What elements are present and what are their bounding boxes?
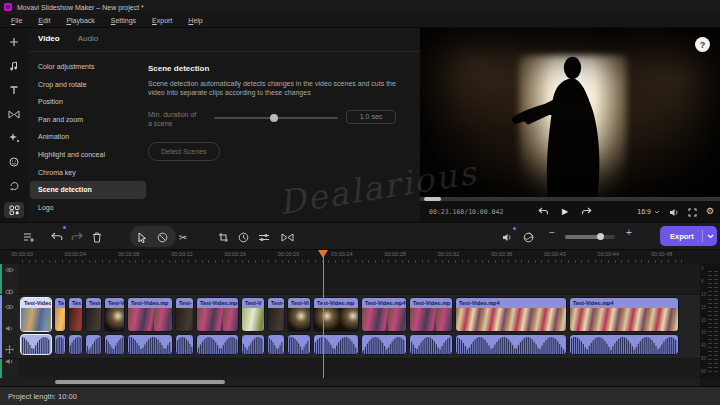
transport-bar: 00:23.160/10:00.042 ▶ 16:9	[420, 201, 720, 222]
mute-icon[interactable]	[5, 318, 14, 336]
clip-waveform	[127, 334, 173, 355]
pointer-tool-icon[interactable]	[135, 228, 149, 246]
add-media-icon[interactable]	[4, 34, 24, 50]
crop-tool-icon[interactable]	[216, 228, 230, 246]
add-files-icon[interactable]	[22, 228, 36, 246]
min-duration-value[interactable]: 1.0 sec	[346, 110, 396, 124]
aspect-ratio-select[interactable]: 16:9	[637, 208, 660, 215]
rotate-crop-icon[interactable]	[4, 178, 24, 194]
stickers-icon[interactable]	[4, 154, 24, 170]
timeline-clip[interactable]: Test-Video.mp	[409, 297, 453, 355]
clip-waveform	[313, 334, 359, 355]
no-select-tool-icon[interactable]	[155, 228, 169, 246]
time-ruler[interactable]: 00:00:0000:00:0400:00:0800:00:1200:00:16…	[0, 250, 700, 264]
video-preview[interactable]: ?	[420, 28, 720, 197]
transitions-tool-icon[interactable]	[279, 228, 295, 246]
timeline-clip[interactable]: Test-Vi	[287, 297, 311, 355]
play-button[interactable]: ▶	[562, 207, 568, 216]
menu-file[interactable]: File	[4, 15, 29, 26]
track-color-strip	[0, 295, 2, 358]
titles-icon[interactable]	[4, 82, 24, 98]
tool-item-pan-and-zoom[interactable]: Pan and zoom	[30, 111, 146, 129]
eye-icon[interactable]	[5, 296, 14, 314]
timeline-clip[interactable]: Test-	[267, 297, 285, 355]
music-icon[interactable]	[4, 58, 24, 74]
tools-panel: VideoAudio Color adjustmentsCrop and rot…	[28, 28, 420, 222]
notification-dot	[513, 227, 516, 230]
fullscreen-icon[interactable]	[688, 203, 697, 221]
zoom-out-button[interactable]: −	[549, 227, 555, 238]
cut-scissors-icon[interactable]: ✂	[176, 228, 190, 246]
redo-icon[interactable]	[70, 228, 84, 246]
menu-settings[interactable]: Settings	[104, 15, 143, 26]
timeline-clip[interactable]: Test-Video.mp4	[196, 297, 239, 355]
clip-duration-icon[interactable]	[236, 228, 250, 246]
timeline-clip[interactable]: Test-Video	[20, 297, 52, 355]
horizontal-scrollbar[interactable]	[0, 378, 700, 386]
color-tool-icon[interactable]	[521, 228, 535, 246]
settings-gear-icon[interactable]: ⚙	[706, 207, 714, 216]
delete-icon[interactable]	[90, 228, 104, 246]
tool-item-position[interactable]: Position	[30, 93, 146, 111]
audio-levels-icon[interactable]	[500, 228, 514, 246]
timeline-clip[interactable]: Tes	[68, 297, 83, 355]
status-bar: Project length: 10:00	[0, 386, 720, 405]
tab-video[interactable]: Video	[38, 34, 60, 47]
tool-item-crop-and-rotate[interactable]: Crop and rotate	[30, 76, 146, 94]
effects-icon[interactable]	[4, 130, 24, 146]
timeline-clip[interactable]: Test-Video.mp4	[455, 297, 567, 355]
meter-label: 15	[701, 305, 706, 310]
more-tools-icon[interactable]	[4, 202, 24, 218]
timeline-clip[interactable]: Test-V	[104, 297, 125, 355]
mute-icon[interactable]	[5, 351, 14, 369]
menu-playback[interactable]: Playback	[59, 15, 101, 26]
timeline-clip[interactable]: Test-V	[241, 297, 265, 355]
tool-item-logo[interactable]: Logo	[30, 199, 146, 217]
zoom-thumb[interactable]	[597, 233, 604, 240]
playhead-marker[interactable]	[318, 250, 328, 258]
notification-dot	[63, 226, 66, 229]
detect-scenes-button[interactable]: Detect Scenes	[148, 142, 220, 161]
playhead-line[interactable]	[323, 250, 324, 378]
clip-thumbnail	[362, 308, 406, 331]
transitions-icon[interactable]	[4, 106, 24, 122]
export-chevron-icon[interactable]	[707, 234, 714, 239]
timeline-zoom-slider[interactable]	[565, 235, 615, 239]
undo-icon[interactable]	[50, 228, 64, 246]
adjustments-icon[interactable]	[257, 228, 271, 246]
clip-thumbnail	[197, 308, 238, 331]
zoom-in-button[interactable]: +	[626, 227, 632, 238]
timeline-clip[interactable]: Test-Video.mp	[313, 297, 359, 355]
tool-item-highlight-and-conceal[interactable]: Highlight and conceal	[30, 146, 146, 164]
titles-track[interactable]	[0, 264, 700, 294]
tool-item-scene-detection[interactable]: Scene detection	[30, 181, 146, 199]
scrollbar-thumb[interactable]	[55, 380, 225, 384]
timeline-clip[interactable]: Test-	[85, 297, 102, 355]
slider-thumb[interactable]	[270, 114, 278, 122]
min-duration-slider[interactable]	[214, 117, 338, 119]
eye-icon[interactable]	[5, 259, 14, 277]
timeline-clip[interactable]: Te	[54, 297, 66, 355]
volume-icon[interactable]	[669, 203, 679, 221]
export-button[interactable]: Export	[660, 226, 717, 246]
aspect-value: 16:9	[637, 208, 651, 215]
menu-help[interactable]: Help	[181, 15, 209, 26]
clip-waveform	[68, 334, 83, 355]
timeline-clip[interactable]: Test-	[175, 297, 194, 355]
tool-item-color-adjustments[interactable]: Color adjustments	[30, 58, 146, 76]
ruler-label: 00:00:20	[269, 251, 309, 257]
timeline-clip[interactable]: Test-Video.mp4	[361, 297, 407, 355]
timeline-clip[interactable]: Test-Video.mp	[127, 297, 173, 355]
help-button[interactable]: ?	[695, 37, 710, 52]
video-track[interactable]: Test-VideoTeTesTest-Test-VTest-Video.mpT…	[0, 295, 700, 358]
previous-frame-icon[interactable]	[538, 203, 549, 221]
tool-item-chroma-key[interactable]: Chroma key	[30, 164, 146, 182]
timeline-clip[interactable]: Test-Video.mp4	[569, 297, 679, 355]
menu-edit[interactable]: Edit	[31, 15, 57, 26]
menu-export[interactable]: Export	[145, 15, 179, 26]
tool-item-animation[interactable]: Animation	[30, 128, 146, 146]
meter-label: 30	[701, 330, 706, 335]
tab-audio[interactable]: Audio	[78, 34, 98, 47]
meter-label: 60	[701, 369, 706, 374]
next-frame-icon[interactable]	[581, 203, 592, 221]
